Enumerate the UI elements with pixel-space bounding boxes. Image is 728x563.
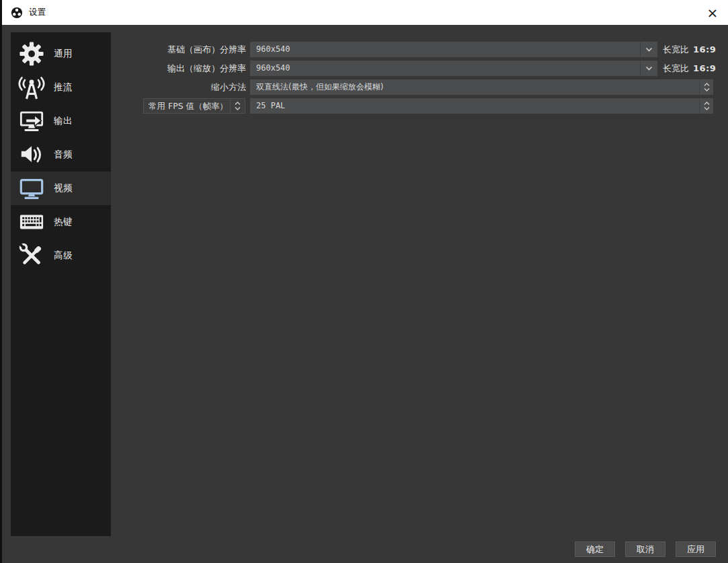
sidebar-item-label: 输出	[54, 115, 73, 127]
sidebar-item-audio[interactable]: 音频	[11, 138, 111, 172]
cancel-button[interactable]: 取消	[625, 541, 665, 557]
chevron-down-icon[interactable]	[640, 61, 657, 76]
sidebar-item-video[interactable]: 视频	[11, 172, 111, 205]
chevron-down-icon[interactable]	[640, 42, 657, 57]
fps-type-combobox[interactable]: 常用 FPS 值（帧率）	[143, 98, 245, 114]
base-resolution-label: 基础（画布）分辨率	[114, 42, 246, 57]
aspect-ratio-label: 长宽比	[663, 44, 689, 54]
close-icon[interactable]: ×	[697, 0, 728, 25]
titlebar[interactable]: 设置 ×	[2, 0, 728, 25]
base-resolution-value: 960x540	[256, 42, 637, 57]
sidebar-item-hotkeys[interactable]: 热键	[11, 205, 111, 239]
fps-value-combobox[interactable]: 25 PAL	[250, 98, 713, 114]
fps-value: 25 PAL	[256, 98, 693, 114]
output-aspect-ratio: 长宽比16:9	[663, 61, 716, 76]
sidebar-item-label: 通用	[54, 48, 73, 60]
sidebar-item-label: 热键	[54, 216, 73, 228]
obs-logo-icon	[11, 7, 23, 19]
monitor-arrow-icon	[16, 107, 47, 135]
spinner-arrows-icon[interactable]	[699, 98, 713, 114]
downscale-filter-value: 双直线法(最快，但如果缩放会模糊)	[256, 79, 693, 95]
gear-icon	[16, 40, 47, 68]
broadcast-antenna-icon	[16, 73, 47, 102]
base-resolution-combobox[interactable]: 960x540	[250, 42, 657, 57]
downscale-filter-label: 缩小方法	[114, 79, 246, 95]
settings-sidebar: 通用 推流	[11, 32, 111, 536]
screen-edge-strip	[0, 0, 2, 563]
sidebar-item-label: 视频	[54, 182, 73, 194]
output-resolution-value: 960x540	[256, 61, 637, 76]
sidebar-item-general[interactable]: 通用	[11, 37, 111, 71]
spinner-arrows-icon[interactable]	[699, 79, 713, 95]
window-title: 设置	[29, 7, 46, 18]
output-resolution-combobox[interactable]: 960x540	[250, 61, 657, 76]
sidebar-item-advanced[interactable]: 高级	[11, 239, 111, 272]
speaker-icon	[16, 141, 47, 169]
fps-type-label: 常用 FPS 值（帧率）	[149, 99, 228, 113]
aspect-ratio-value: 16:9	[693, 44, 716, 54]
downscale-filter-combobox[interactable]: 双直线法(最快，但如果缩放会模糊)	[250, 79, 713, 95]
sidebar-item-label: 推流	[54, 81, 73, 93]
keyboard-icon	[16, 208, 47, 236]
sidebar-item-output[interactable]: 输出	[11, 104, 111, 138]
aspect-ratio-label: 长宽比	[663, 63, 689, 73]
base-aspect-ratio: 长宽比16:9	[663, 42, 716, 57]
aspect-ratio-value: 16:9	[693, 63, 716, 73]
apply-button[interactable]: 应用	[676, 541, 716, 557]
ok-button[interactable]: 确定	[575, 541, 615, 557]
output-resolution-label: 输出（缩放）分辨率	[114, 61, 246, 76]
spinner-arrows-icon[interactable]	[230, 99, 245, 113]
monitor-icon	[16, 174, 47, 202]
tools-icon	[16, 241, 47, 270]
sidebar-item-label: 音频	[54, 149, 73, 161]
sidebar-item-stream[interactable]: 推流	[11, 71, 111, 104]
sidebar-item-label: 高级	[54, 250, 73, 262]
